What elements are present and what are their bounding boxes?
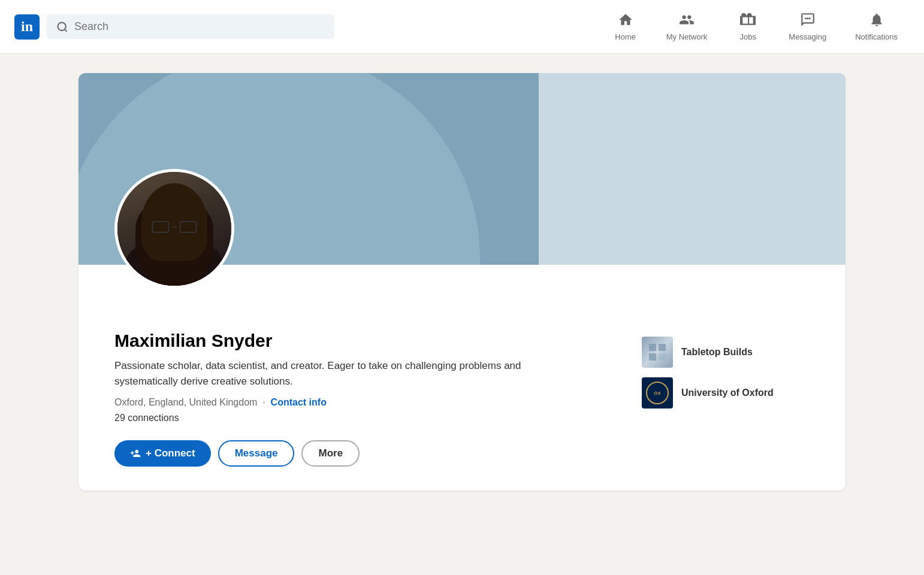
affiliation-tabletop[interactable]: Tabletop Builds — [642, 337, 810, 368]
profile-container: Maximilian Snyder Passionate scholar, da… — [67, 73, 857, 491]
connect-button[interactable]: + Connect — [114, 440, 211, 467]
banner-right — [539, 73, 846, 265]
tabletop-logo — [642, 337, 673, 368]
navbar-left: in — [14, 14, 334, 40]
tabletop-logo-icon — [647, 341, 668, 363]
svg-point-3 — [807, 17, 808, 19]
svg-point-2 — [805, 17, 807, 19]
messaging-icon — [800, 12, 816, 30]
profile-location: Oxford, England, United Kingdom · Contac… — [114, 397, 642, 408]
notifications-icon — [869, 12, 884, 30]
search-icon — [56, 21, 68, 33]
connect-label: + Connect — [146, 447, 195, 459]
svg-point-4 — [808, 17, 810, 19]
connect-icon — [130, 448, 141, 459]
oxford-logo: OX — [642, 377, 673, 408]
search-bar[interactable] — [47, 14, 334, 39]
svg-rect-6 — [659, 344, 666, 351]
nav-item-messaging[interactable]: Messaging — [777, 7, 838, 46]
profile-card: Maximilian Snyder Passionate scholar, da… — [78, 73, 846, 491]
location-text: Oxford, England, United Kingdom — [114, 397, 257, 407]
svg-rect-7 — [649, 353, 656, 361]
avatar — [114, 169, 234, 289]
tabletop-name: Tabletop Builds — [681, 347, 753, 358]
profile-left: Maximilian Snyder Passionate scholar, da… — [114, 331, 642, 467]
nav-item-notifications[interactable]: Notifications — [843, 7, 910, 46]
profile-info: Maximilian Snyder Passionate scholar, da… — [78, 265, 846, 491]
svg-line-1 — [65, 29, 67, 31]
contact-info-link[interactable]: Contact info — [271, 397, 327, 407]
linkedin-logo[interactable]: in — [14, 14, 40, 40]
svg-rect-5 — [649, 344, 656, 351]
oxford-seal-text: OX — [654, 391, 661, 396]
profile-headline: Passionate scholar, data scientist, and … — [114, 358, 534, 389]
nav-item-home[interactable]: Home — [602, 7, 650, 46]
home-icon — [618, 12, 633, 30]
search-input[interactable] — [74, 20, 325, 33]
more-button[interactable]: More — [301, 440, 360, 467]
linkedin-logo-text: in — [21, 19, 33, 35]
my-network-icon — [679, 12, 694, 30]
message-label: Message — [235, 447, 278, 459]
message-button[interactable]: Message — [218, 440, 295, 467]
profile-affiliations: Tabletop Builds OX University of Oxford — [642, 331, 810, 408]
nav-item-jobs[interactable]: Jobs — [724, 7, 772, 46]
nav-jobs-label: Jobs — [740, 32, 756, 41]
affiliation-oxford[interactable]: OX University of Oxford — [642, 377, 810, 408]
nav-item-my-network[interactable]: My Network — [654, 7, 720, 46]
navbar: in Home My Network Jobs — [0, 0, 924, 54]
svg-rect-8 — [659, 353, 666, 361]
nav-notifications-label: Notifications — [855, 32, 898, 41]
profile-name: Maximilian Snyder — [114, 331, 642, 351]
oxford-name: University of Oxford — [681, 388, 774, 398]
more-label: More — [318, 447, 343, 459]
nav-home-label: Home — [615, 32, 636, 41]
svg-point-0 — [58, 22, 66, 30]
avatar-image — [117, 172, 231, 286]
profile-connections: 29 connections — [114, 413, 642, 423]
oxford-seal: OX — [646, 382, 669, 404]
nav-my-network-label: My Network — [666, 32, 708, 41]
profile-actions: + Connect Message More — [114, 440, 642, 467]
jobs-icon — [740, 12, 756, 30]
navbar-right: Home My Network Jobs Messaging Notificat… — [602, 7, 910, 46]
nav-messaging-label: Messaging — [789, 32, 826, 41]
